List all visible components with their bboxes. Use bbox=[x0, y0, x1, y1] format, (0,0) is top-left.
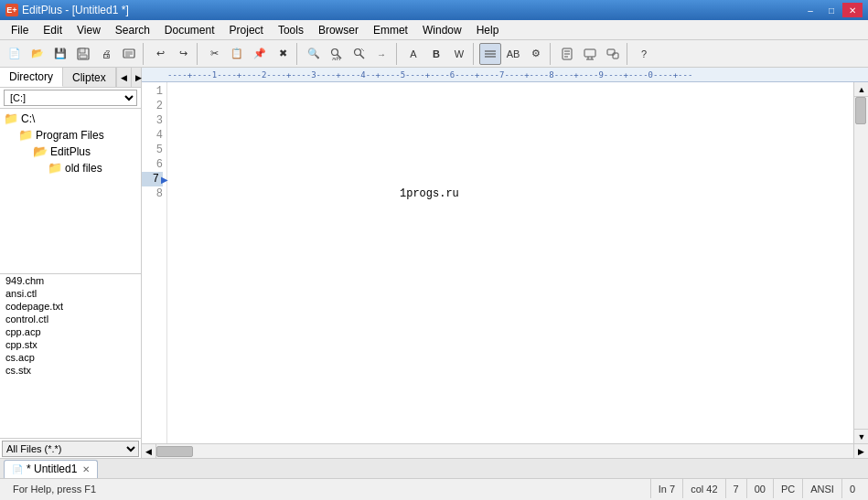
menu-search[interactable]: Search bbox=[108, 22, 157, 38]
settings-button[interactable]: ⚙ bbox=[525, 43, 547, 65]
undo-button[interactable]: ↩ bbox=[149, 43, 171, 65]
menu-tools[interactable]: Tools bbox=[271, 22, 311, 38]
copy-button[interactable]: 📋 bbox=[226, 43, 248, 65]
clipbar-button[interactable] bbox=[556, 43, 578, 65]
drive-dropdown[interactable]: [C:] bbox=[4, 90, 137, 106]
tree-item-old-files[interactable]: 📁 old files bbox=[0, 160, 141, 176]
replace-button[interactable]: ab bbox=[326, 43, 348, 65]
line-num-5: 5 bbox=[142, 143, 163, 157]
tree-item-program-files[interactable]: 📁 Program Files bbox=[0, 127, 141, 144]
file-filter: All Files (*.*) bbox=[0, 438, 141, 458]
line-num-4: 4 bbox=[142, 128, 163, 143]
scroll-track bbox=[854, 97, 868, 429]
line-5-content bbox=[171, 158, 177, 171]
status-help: For Help, press F1 bbox=[5, 479, 651, 498]
find-files-button[interactable] bbox=[348, 43, 370, 65]
print-button[interactable]: 🖨 bbox=[95, 43, 117, 65]
find-button[interactable]: 🔍 bbox=[303, 43, 325, 65]
menu-view[interactable]: View bbox=[70, 22, 108, 38]
tab-cliptex[interactable]: Cliptex bbox=[63, 68, 116, 87]
redo-button[interactable]: ↪ bbox=[172, 43, 194, 65]
toolbar-sep-1 bbox=[143, 43, 146, 65]
list-item[interactable]: ansi.ctl bbox=[0, 287, 141, 300]
toolbar-sep-2 bbox=[197, 43, 200, 65]
line-1-content bbox=[171, 100, 177, 112]
h-scroll-left-button[interactable]: ◀ bbox=[142, 444, 156, 459]
file-filter-dropdown[interactable]: All Files (*.*) bbox=[2, 441, 139, 457]
menu-project[interactable]: Project bbox=[222, 22, 271, 38]
list-item[interactable]: control.ctl bbox=[0, 313, 141, 325]
line-3-content bbox=[171, 129, 177, 142]
line-8-content bbox=[171, 202, 177, 215]
line-6-content bbox=[171, 173, 177, 186]
bold-button[interactable]: B bbox=[425, 43, 447, 65]
svg-text:ab: ab bbox=[332, 55, 340, 60]
ruler: ----+----1----+----2----+----3----+----4… bbox=[142, 68, 868, 82]
help-button[interactable]: ? bbox=[633, 43, 655, 65]
close-button[interactable]: ✕ bbox=[842, 3, 863, 17]
line-num-8: 8 bbox=[142, 186, 163, 201]
file-list: 949.chm ansi.ctl codepage.txt control.ct… bbox=[0, 273, 141, 438]
tab-directory[interactable]: Directory bbox=[0, 68, 63, 87]
fontsize-button[interactable]: A bbox=[402, 43, 424, 65]
menu-document[interactable]: Document bbox=[157, 22, 222, 38]
title-controls: – □ ✕ bbox=[800, 3, 863, 17]
menu-browser[interactable]: Browser bbox=[311, 22, 366, 38]
tree-item-editplus[interactable]: 📂 EditPlus bbox=[0, 144, 141, 160]
sidebar-nav-prev[interactable]: ◀ bbox=[116, 68, 131, 88]
maximize-button[interactable]: □ bbox=[821, 3, 841, 17]
save-button[interactable]: 💾 bbox=[49, 43, 71, 65]
scroll-up-button[interactable]: ▲ bbox=[854, 82, 868, 97]
word-wrap-button[interactable]: W bbox=[448, 43, 470, 65]
status-bar: For Help, press F1 In 7 col 42 7 00 PC A… bbox=[0, 478, 868, 498]
cut-button[interactable]: ✂ bbox=[203, 43, 225, 65]
scroll-thumb[interactable] bbox=[855, 97, 866, 124]
monitor2-button[interactable] bbox=[602, 43, 624, 65]
ab-button[interactable]: AB bbox=[502, 43, 524, 65]
folder-icon-2: 📁 bbox=[48, 161, 62, 176]
goto-button[interactable]: → bbox=[371, 43, 393, 65]
svg-rect-1 bbox=[80, 48, 85, 53]
menu-edit[interactable]: Edit bbox=[36, 22, 70, 38]
editor-tab-untitled1[interactable]: 📄 * Untitled1 ✕ bbox=[4, 460, 98, 478]
status-ln: In 7 bbox=[651, 479, 683, 498]
list-item[interactable]: cs.acp bbox=[0, 351, 141, 364]
list-item[interactable]: cpp.stx bbox=[0, 338, 141, 351]
tab-close-button[interactable]: ✕ bbox=[82, 464, 90, 474]
monitor-button[interactable] bbox=[579, 43, 601, 65]
linenums-button[interactable] bbox=[479, 43, 501, 65]
editor-container[interactable]: 1 2 3 4 5 6 7 8 ▶ 1progs.ru ▲ bbox=[142, 82, 868, 443]
tab-icon: 📄 bbox=[12, 464, 23, 474]
list-item[interactable]: cs.stx bbox=[0, 364, 141, 377]
paste-button[interactable]: 📌 bbox=[249, 43, 271, 65]
delete-button[interactable]: ✖ bbox=[272, 43, 294, 65]
editor-textarea[interactable]: 1progs.ru bbox=[167, 82, 853, 443]
list-item[interactable]: codepage.txt bbox=[0, 300, 141, 313]
menu-emmet[interactable]: Emmet bbox=[366, 22, 415, 38]
svg-rect-25 bbox=[607, 49, 615, 55]
open-button[interactable]: 📂 bbox=[27, 43, 48, 65]
tab-label: * Untitled1 bbox=[27, 463, 77, 475]
scroll-down-button[interactable]: ▼ bbox=[854, 429, 868, 443]
menu-help[interactable]: Help bbox=[469, 22, 507, 38]
main-area: Directory Cliptex ◀ ▶ [C:] 📁 C:\ 📁 Progr… bbox=[0, 68, 868, 458]
title-text: EditPlus - [Untitled1 *] bbox=[22, 4, 129, 16]
new-button[interactable]: 📄 bbox=[4, 43, 26, 65]
line-num-2: 2 bbox=[142, 99, 163, 113]
svg-rect-26 bbox=[613, 53, 618, 59]
minimize-button[interactable]: – bbox=[800, 3, 820, 17]
print-preview-button[interactable] bbox=[118, 43, 140, 65]
h-scroll-right-button[interactable]: ▶ bbox=[853, 444, 868, 459]
folder-icon: 📁 bbox=[18, 128, 33, 143]
svg-line-11 bbox=[360, 54, 365, 59]
vertical-scrollbar[interactable]: ▲ ▼ bbox=[853, 82, 868, 443]
menu-file[interactable]: File bbox=[4, 22, 36, 38]
list-item[interactable]: 949.chm bbox=[0, 274, 141, 287]
list-item[interactable]: cpp.acp bbox=[0, 325, 141, 338]
h-scroll-thumb[interactable] bbox=[156, 446, 193, 457]
tree-item-c[interactable]: 📁 C:\ bbox=[0, 111, 141, 127]
save-all-button[interactable] bbox=[72, 43, 94, 65]
menu-window[interactable]: Window bbox=[415, 22, 469, 38]
status-enc: ANSI bbox=[803, 479, 842, 498]
app-icon: E+ bbox=[5, 4, 18, 16]
